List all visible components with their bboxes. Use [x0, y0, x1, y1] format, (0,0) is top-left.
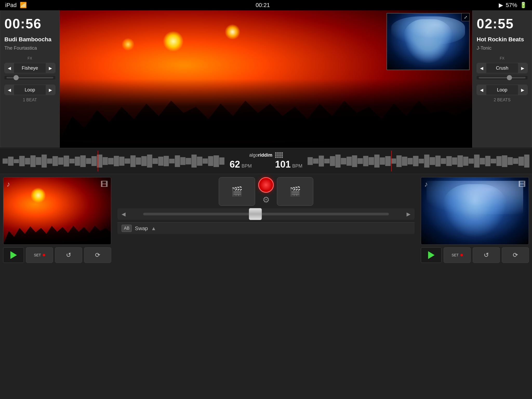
deck-left-fx-thumb[interactable]: [14, 75, 19, 80]
media-btn-left[interactable]: 🎬: [219, 177, 255, 206]
deck-right-fx-prev[interactable]: ◀: [477, 63, 486, 73]
deck-left-play-button[interactable]: [3, 247, 24, 263]
deck-left-artist: The Fourtastica: [4, 45, 55, 51]
battery-label: 57%: [506, 2, 517, 9]
deck-right-fx-label: FX: [477, 56, 528, 60]
deck-left-loop-control[interactable]: ◀ Loop ▶: [4, 85, 55, 95]
deck-left-music-icon: ♪: [6, 180, 10, 188]
deck-left-play-triangle: [10, 251, 17, 259]
playhead-left: [98, 151, 98, 171]
media-right-icon: 🎬: [289, 186, 301, 197]
deck-right-fx-slider-container: [477, 76, 528, 79]
waveform-left[interactable]: // Generate waveform bars for left const…: [0, 151, 227, 171]
crossfader-handle[interactable]: [249, 208, 262, 220]
center-video: ⤢: [60, 10, 472, 148]
bpm-right-unit: BPM: [292, 163, 302, 169]
bpm-center: algoriddim 62 BPM 101 BPM: [227, 152, 305, 170]
ab-badge[interactable]: AB: [122, 225, 132, 232]
crossfader-left-arrow[interactable]: ◀: [122, 211, 125, 217]
bpm-left-value: 62: [230, 159, 240, 170]
swap-bar: AB Swap ▲: [117, 222, 415, 234]
algo-logo-text: algoriddim: [249, 152, 272, 158]
deck-right-set-button[interactable]: SET: [444, 247, 471, 263]
deck-left-fx-label: FX: [4, 56, 55, 60]
deck-right-timer: 02:55: [477, 16, 528, 31]
deck-right-controls: SET ↺ ⟳: [421, 247, 529, 263]
deck-left-bottom: ♪ 🎞 SET ↺ ⟳: [0, 174, 114, 399]
top-section: 00:56 Budi Bamboocha The Fourtastica FX …: [0, 10, 532, 148]
dance-video-bg: [387, 14, 469, 70]
deck-right-thumb-bg: [421, 177, 529, 244]
deck-left-set-button[interactable]: SET: [26, 247, 53, 263]
deck-right-fx-thumb[interactable]: [507, 75, 512, 80]
bpm-left-unit: BPM: [242, 163, 252, 169]
deck-left-fx-slider[interactable]: [6, 77, 53, 78]
deck-left-beats: 1 BEAT: [4, 98, 55, 102]
chevron-up-icon[interactable]: ▲: [151, 225, 156, 231]
crossfader-track[interactable]: [143, 213, 389, 215]
deck-right-beats: 2 BEATS: [477, 98, 528, 102]
deck-right-thumb: ♪ 🎞: [421, 177, 529, 245]
device-label: iPad: [5, 2, 17, 9]
bpm-right-display: 101 BPM: [275, 159, 302, 170]
bpm-display: 62 BPM 101 BPM: [227, 159, 305, 170]
deck-left-track: Budi Bamboocha: [4, 36, 55, 43]
deck-right-film-icon: 🎞: [518, 180, 526, 189]
deck-left-rotate-button[interactable]: ↺: [55, 247, 82, 263]
deck-left-set-dot: [43, 254, 45, 256]
time-display: 00:21: [256, 2, 270, 9]
deck-right-fx-slider[interactable]: [479, 77, 526, 78]
deck-right-artist: J-Tonic: [477, 45, 528, 51]
media-left-icon: 🎬: [231, 186, 243, 197]
deck-right-rotate-button[interactable]: ↺: [473, 247, 500, 263]
deck-right-set-label: SET: [451, 253, 458, 257]
deck-right: 02:55 Hot Rockin Beats J-Tonic FX ◀ Crus…: [472, 10, 532, 148]
deck-right-fx-control[interactable]: ◀ Crush ▶: [477, 63, 528, 73]
deck-right-set-dot: [460, 254, 463, 256]
hair-effect: [391, 16, 465, 44]
deck-left-light: [30, 188, 46, 203]
deck-left-loop-prev[interactable]: ◀: [5, 85, 14, 95]
deck-right-hair: [427, 181, 523, 214]
deck-right-play-triangle: [428, 251, 435, 259]
deck-right-fx-next[interactable]: ▶: [518, 63, 527, 73]
algo-logo-container: algoriddim: [249, 152, 283, 158]
media-buttons: 🎬 ⚙ 🎬: [117, 177, 415, 206]
deck-left-mix-button[interactable]: ⟳: [84, 247, 111, 263]
deck-right-loop-prev[interactable]: ◀: [477, 85, 486, 95]
deck-right-mix-button[interactable]: ⟳: [502, 247, 529, 263]
record-button[interactable]: [258, 177, 274, 193]
crossfader-area: ◀ ▶: [117, 208, 415, 220]
center-middle-controls: ⚙: [258, 177, 274, 206]
deck-left-mix-icon: ⟳: [95, 251, 100, 259]
bpm-left-display: 62 BPM: [230, 159, 252, 170]
main-video: ⤢: [60, 10, 472, 148]
swap-label: Swap: [135, 225, 148, 231]
deck-right-play-button[interactable]: [421, 247, 442, 263]
deck-right-music-icon: ♪: [424, 180, 428, 188]
deck-right-loop-next[interactable]: ▶: [518, 85, 527, 95]
deck-left-fx-next[interactable]: ▶: [46, 63, 55, 73]
deck-right-mix-icon: ⟳: [513, 251, 518, 259]
playhead-right: [391, 151, 392, 171]
deck-left-crowd: [3, 214, 111, 244]
crossfader-right-arrow[interactable]: ▶: [407, 211, 410, 217]
media-btn-right[interactable]: 🎬: [277, 177, 313, 206]
status-left: iPad 📶: [5, 2, 27, 9]
waveform-right[interactable]: const wr = document.currentScript.parent…: [305, 151, 532, 171]
deck-right-fx-name: Crush: [486, 63, 518, 73]
stage-light-1: [163, 31, 184, 52]
bpm-right-value: 101: [275, 159, 291, 170]
stage-light-3: [122, 38, 135, 51]
stage-light-2: [225, 24, 240, 40]
deck-right-loop-control[interactable]: ◀ Loop ▶: [477, 85, 528, 95]
deck-left-thumb-bg: [3, 177, 111, 244]
deck-left-fx-slider-container: [4, 76, 55, 79]
expand-button[interactable]: ⤢: [461, 13, 470, 21]
deck-left-loop-next[interactable]: ▶: [46, 85, 55, 95]
deck-right-track: Hot Rockin Beats: [477, 36, 528, 43]
wifi-icon: 📶: [20, 2, 27, 9]
deck-left-fx-prev[interactable]: ◀: [5, 63, 14, 73]
deck-left-fx-control[interactable]: ◀ Fisheye ▶: [4, 63, 55, 73]
gear-icon[interactable]: ⚙: [262, 195, 270, 205]
